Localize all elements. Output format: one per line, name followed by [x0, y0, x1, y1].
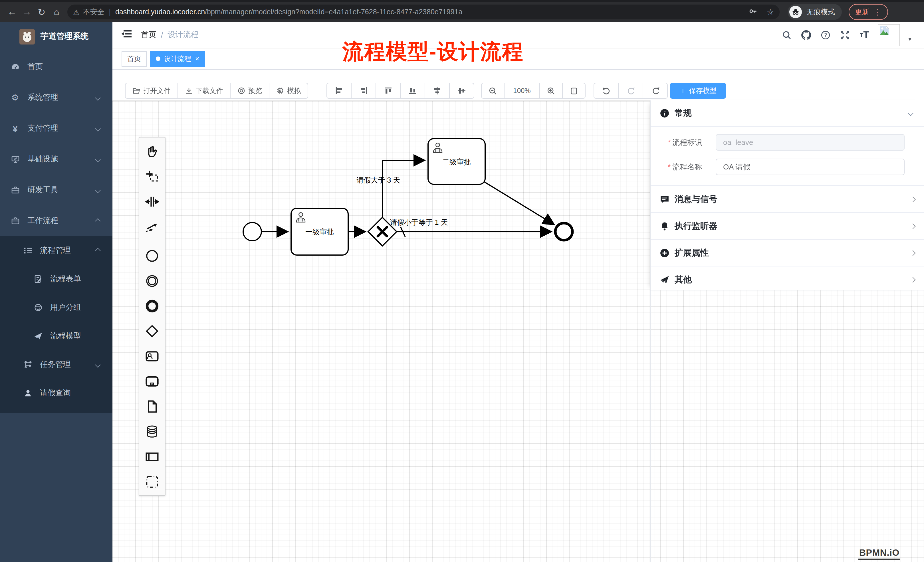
browser-menu-icon[interactable]: ⋮	[874, 7, 882, 16]
page-annotation: 流程模型-设计流程	[342, 37, 524, 66]
browser-update-button[interactable]: 更新 ⋮	[849, 4, 888, 20]
gear-icon: ⚙	[10, 93, 20, 102]
preview-button[interactable]: 预览	[230, 83, 269, 99]
bpmn-user-task-level1[interactable]: 一级审批	[291, 208, 348, 255]
tab-design-process[interactable]: 设计流程 ×	[150, 51, 205, 66]
sequence-flow-task2-end[interactable]	[484, 182, 554, 224]
align-top-button[interactable]	[375, 83, 400, 99]
palette-lasso-tool[interactable]	[139, 164, 165, 189]
process-key-input[interactable]	[716, 134, 904, 151]
tab-close-icon[interactable]: ×	[195, 55, 199, 62]
bpmn-io-logo[interactable]: BPMN.iO	[859, 548, 900, 560]
plus-icon: ＋	[680, 86, 686, 96]
browser-reload-icon[interactable]: ↻	[34, 7, 49, 17]
github-icon[interactable]	[801, 29, 812, 40]
breadcrumb: 首页 / 设计流程	[141, 30, 199, 40]
align-left-button[interactable]	[327, 83, 352, 99]
zoom-level[interactable]: 100%	[504, 83, 540, 99]
avatar-caret-icon[interactable]: ▾	[908, 35, 912, 42]
palette-create-data-store[interactable]	[139, 419, 165, 444]
search-icon[interactable]	[781, 29, 792, 40]
font-size-icon[interactable]: TT	[859, 29, 870, 40]
tab-home[interactable]: 首页	[122, 51, 147, 66]
update-label[interactable]: 更新	[855, 7, 869, 17]
sidebar-item-home[interactable]: 首页	[0, 51, 112, 82]
browser-home-icon[interactable]: ⌂	[49, 7, 64, 17]
screen: ← → ↻ ⌂ ⚠ 不安全 | dashboard.yudao.iocoder.…	[0, 0, 924, 562]
sequence-flow-gt3[interactable]	[382, 160, 424, 218]
sidebar-item-workflow[interactable]: 工作流程	[0, 205, 112, 236]
open-file-button[interactable]: 打开文件	[125, 83, 178, 99]
align-center-vertical-button[interactable]	[449, 83, 474, 99]
address-bar[interactable]: ⚠ 不安全 | dashboard.yudao.iocoder.cn/bpm/m…	[68, 4, 780, 19]
password-key-icon[interactable]	[749, 7, 758, 17]
bpmn-palette	[139, 137, 165, 496]
person-icon	[23, 388, 33, 398]
sidebar-item-task-mgmt[interactable]: 任务管理	[0, 350, 112, 379]
simulate-button[interactable]: 模拟	[269, 83, 308, 99]
sidebar-item-infra[interactable]: 基础设施	[0, 144, 112, 175]
bpmn-end-event[interactable]	[555, 223, 572, 240]
sidebar-item-process-form[interactable]: 流程表单	[0, 265, 112, 293]
sidebar-item-devtools[interactable]: 研发工具	[0, 175, 112, 205]
chevron-right-icon	[910, 250, 916, 256]
section-message-signal[interactable]: 消息与信号	[651, 186, 924, 212]
palette-create-start-event[interactable]	[139, 243, 165, 268]
bpmn-user-task-level2[interactable]: 二级审批	[428, 139, 485, 184]
palette-create-group[interactable]	[139, 469, 165, 494]
not-secure-label[interactable]: 不安全	[83, 7, 104, 17]
sidebar-item-system[interactable]: ⚙ 系统管理	[0, 82, 112, 113]
palette-hand-tool[interactable]	[139, 139, 165, 164]
sidebar-item-user-group[interactable]: 用户分组	[0, 293, 112, 322]
download-file-button[interactable]: 下载文件	[177, 83, 231, 99]
browser-forward-icon[interactable]: →	[20, 7, 34, 17]
undo-button[interactable]	[594, 83, 619, 99]
align-bottom-button[interactable]	[400, 83, 425, 99]
palette-create-gateway[interactable]	[139, 318, 165, 343]
restart-button[interactable]	[643, 83, 668, 99]
bookmark-star-icon[interactable]: ☆	[767, 7, 774, 16]
process-name-input[interactable]	[716, 159, 904, 175]
flow-label-gt3[interactable]: 请假大于 3 天	[357, 176, 400, 184]
bpmn-start-event[interactable]	[243, 223, 261, 241]
browser-back-icon[interactable]: ←	[4, 7, 20, 17]
sidebar-item-label: 研发工具	[27, 185, 96, 195]
app-logo-row[interactable]: 芋道管理系统	[0, 22, 112, 51]
sidebar-item-payment[interactable]: ¥ 支付管理	[0, 113, 112, 144]
sidebar-item-leave-query[interactable]: 请假查询	[0, 379, 112, 408]
palette-create-data-object[interactable]	[139, 394, 165, 419]
redo-button[interactable]	[618, 83, 643, 99]
palette-global-connect-tool[interactable]	[139, 214, 165, 239]
breadcrumb-home[interactable]: 首页	[141, 30, 156, 40]
browser-toolbar: ← → ↻ ⌂ ⚠ 不安全 | dashboard.yudao.iocoder.…	[0, 0, 924, 22]
palette-create-subprocess[interactable]	[139, 369, 165, 394]
general-section-header[interactable]: i 常规	[651, 100, 924, 127]
preview-label: 预览	[248, 86, 262, 96]
download-file-label: 下载文件	[196, 86, 223, 96]
palette-create-intermediate-event[interactable]	[139, 268, 165, 293]
palette-create-participant[interactable]	[139, 444, 165, 469]
restart-icon	[651, 87, 660, 95]
zoom-reset-button[interactable]	[562, 83, 585, 99]
fullscreen-icon[interactable]	[839, 29, 850, 40]
section-execution-listener[interactable]: 执行监听器	[651, 212, 924, 239]
section-extended-attributes[interactable]: 扩展属性	[651, 239, 924, 266]
palette-create-user-task[interactable]	[139, 343, 165, 369]
sidebar-item-process-mgmt[interactable]: 流程管理	[0, 236, 112, 265]
align-center-horizontal-button[interactable]	[424, 83, 450, 99]
bell-icon	[660, 221, 669, 231]
palette-space-tool[interactable]	[139, 189, 165, 214]
flow-label-le1[interactable]: 请假小于等于 1 天	[390, 218, 448, 226]
zoom-in-button[interactable]	[539, 83, 563, 99]
save-model-button[interactable]: ＋ 保存模型	[670, 83, 726, 99]
section-other[interactable]: 其他	[651, 266, 924, 293]
palette-create-end-event[interactable]	[139, 293, 165, 318]
breadcrumb-separator: /	[161, 30, 163, 39]
help-icon[interactable]: ?	[820, 29, 831, 40]
sidebar-fold-icon[interactable]	[121, 29, 132, 41]
avatar[interactable]	[878, 24, 900, 46]
zoom-out-button[interactable]	[481, 83, 504, 99]
chevron-down-icon	[95, 95, 101, 100]
align-right-button[interactable]	[351, 83, 376, 99]
sidebar-item-process-model[interactable]: 流程模型	[0, 322, 112, 350]
